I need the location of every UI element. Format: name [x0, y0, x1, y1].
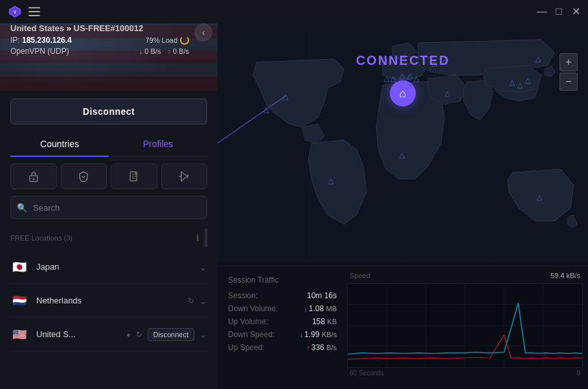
- location-tabs: Countries Profiles: [10, 132, 207, 157]
- right-panel: ⌂ CONNECTED + − Session Traffic Session:…: [218, 0, 588, 389]
- back-button[interactable]: ‹: [194, 23, 212, 41]
- maximize-button[interactable]: □: [554, 7, 563, 16]
- stat-up-speed-value: ↑336 B/s: [306, 343, 337, 352]
- netherlands-flag: 🇳🇱: [10, 294, 28, 307]
- us-refresh-icon[interactable]: ↻: [136, 330, 142, 339]
- list-item[interactable]: 🇯🇵 Japan ⌄: [10, 250, 207, 284]
- list-item[interactable]: 🇺🇸 United S... ● ↻ Disconnect ⌄: [10, 318, 207, 351]
- connected-label: CONNECTED: [356, 53, 450, 68]
- tab-countries[interactable]: Countries: [10, 132, 109, 157]
- down-arrow-icon: ↓: [139, 47, 143, 55]
- traffic-title: Session Traffic: [228, 276, 337, 285]
- search-bar: 🔍: [10, 196, 207, 219]
- chart-right-label: 0: [576, 370, 580, 377]
- stat-up-speed-label: Up Speed:: [228, 343, 265, 352]
- speed-chart-svg: [348, 284, 582, 367]
- stat-down-vol-label: Down Volume:: [228, 304, 278, 313]
- hero-info: United States » US-FREE#100012 IP: 185.2…: [10, 23, 189, 56]
- fast-icon: [178, 171, 190, 182]
- netherlands-expand-button[interactable]: ⌄: [199, 296, 207, 306]
- chart-left-label: 60 Seconds: [350, 370, 384, 377]
- zoom-in-button[interactable]: +: [560, 53, 578, 71]
- stat-up-vol-value: 158 KB: [312, 317, 337, 326]
- svg-point-4: [32, 178, 34, 180]
- hero-protocol-row: OpenVPN (UDP) ↓ 0 B/s ↑ 0 B/s: [10, 47, 189, 56]
- japan-expand-button[interactable]: ⌄: [199, 262, 207, 272]
- netherlands-actions: ↻ ⌄: [188, 296, 207, 306]
- filter-doc-button[interactable]: [111, 163, 157, 189]
- svg-text:V: V: [14, 10, 17, 14]
- speed-label: Speed: [350, 272, 370, 279]
- japan-name: Japan: [36, 262, 199, 272]
- scroll-indicator: [205, 228, 207, 248]
- minimize-button[interactable]: —: [537, 7, 547, 16]
- up-speed-value: 0 B/s: [173, 47, 189, 55]
- download-speed: ↓ 0 B/s: [139, 47, 161, 55]
- us-disconnect-button[interactable]: Disconnect: [148, 328, 194, 341]
- refresh-icon[interactable]: ↻: [188, 296, 194, 305]
- us-expand-button[interactable]: ⌄: [199, 329, 207, 340]
- down-speed-arrow-icon: ↓: [300, 331, 304, 338]
- window-controls: — □ ✕: [537, 7, 580, 16]
- svg-marker-6: [179, 172, 187, 181]
- tab-profiles[interactable]: Profiles: [109, 132, 207, 157]
- chart-footer: 60 Seconds 0: [347, 368, 583, 377]
- location-group-header: FREE Locations (3) ℹ: [0, 224, 218, 250]
- location-group-label: FREE Locations (3): [10, 234, 73, 242]
- stat-down-speed-value: ↓1.99 KB/s: [300, 330, 337, 339]
- japan-flag: 🇯🇵: [10, 261, 28, 274]
- disconnect-button[interactable]: Disconnect: [10, 99, 207, 124]
- stat-down-volume: Down Volume: ↓1.08 MB: [228, 304, 337, 313]
- us-name: United S...: [36, 329, 126, 339]
- menu-button[interactable]: [28, 7, 40, 16]
- stat-session-label: Session:: [228, 291, 258, 300]
- location-list: 🇯🇵 Japan ⌄ 🇳🇱 Netherlands ↻ ⌄ 🇺🇸 United …: [0, 250, 218, 389]
- shield-icon: [78, 171, 89, 182]
- filter-fast-button[interactable]: [161, 163, 208, 189]
- info-icon[interactable]: ℹ: [196, 233, 199, 242]
- hero-speeds: ↓ 0 B/s ↑ 0 B/s: [139, 47, 189, 55]
- document-icon: [128, 171, 140, 182]
- hero-ip-row: IP: 185.230.126.4 79% Load: [10, 36, 189, 45]
- filter-shield-button[interactable]: [61, 163, 107, 189]
- zoom-out-button[interactable]: −: [560, 73, 578, 91]
- titlebar: V — □ ✕: [0, 0, 588, 23]
- us-flag: 🇺🇸: [10, 328, 28, 341]
- stat-session: Session: 10m 16s: [228, 291, 337, 300]
- traffic-stats: Session Traffic Session: 10m 16s Down Vo…: [218, 266, 347, 389]
- filter-row: [0, 157, 218, 196]
- app-logo-icon: V: [8, 5, 22, 19]
- down-vol-arrow-icon: ↓: [304, 305, 308, 312]
- upload-speed: ↑ 0 B/s: [167, 47, 189, 55]
- stat-up-volume: Up Volume: 158 KB: [228, 317, 337, 326]
- hero-protocol: OpenVPN (UDP): [10, 47, 69, 56]
- filter-all-button[interactable]: [10, 163, 57, 189]
- search-input[interactable]: [10, 196, 207, 219]
- us-ping-icon: ●: [126, 331, 131, 338]
- disconnect-section: Disconnect: [0, 91, 218, 132]
- home-marker: ⌂: [390, 80, 416, 106]
- map-controls: + −: [560, 53, 578, 91]
- close-button[interactable]: ✕: [571, 7, 580, 16]
- hero-ip: IP: 185.230.126.4: [10, 36, 72, 45]
- left-panel: United States » US-FREE#100012 IP: 185.2…: [0, 0, 218, 389]
- hero-server-name: United States » US-FREE#100012: [10, 23, 189, 33]
- up-arrow-icon: ↑: [167, 47, 171, 55]
- world-map: ⌂ CONNECTED + −: [218, 23, 588, 263]
- hero-load: 79% Load: [145, 36, 189, 45]
- netherlands-name: Netherlands: [36, 296, 188, 305]
- home-icon: ⌂: [400, 87, 407, 100]
- list-item[interactable]: 🇳🇱 Netherlands ↻ ⌄: [10, 284, 207, 318]
- stat-down-vol-value: ↓1.08 MB: [304, 304, 337, 313]
- traffic-panel: Session Traffic Session: 10m 16s Down Vo…: [218, 266, 588, 389]
- stat-session-value: 10m 16s: [307, 291, 337, 300]
- speed-chart: Speed 59.4 kB/s: [347, 266, 588, 389]
- stat-up-speed: Up Speed: ↑336 B/s: [228, 343, 337, 352]
- search-icon: 🔍: [17, 203, 27, 213]
- stat-down-speed: Down Speed: ↓1.99 KB/s: [228, 330, 337, 339]
- down-speed-value: 0 B/s: [144, 47, 161, 55]
- speed-value: 59.4 kB/s: [550, 272, 580, 279]
- load-circle-icon: [180, 36, 189, 45]
- chart-area: [347, 283, 583, 368]
- speed-header: Speed 59.4 kB/s: [347, 272, 583, 279]
